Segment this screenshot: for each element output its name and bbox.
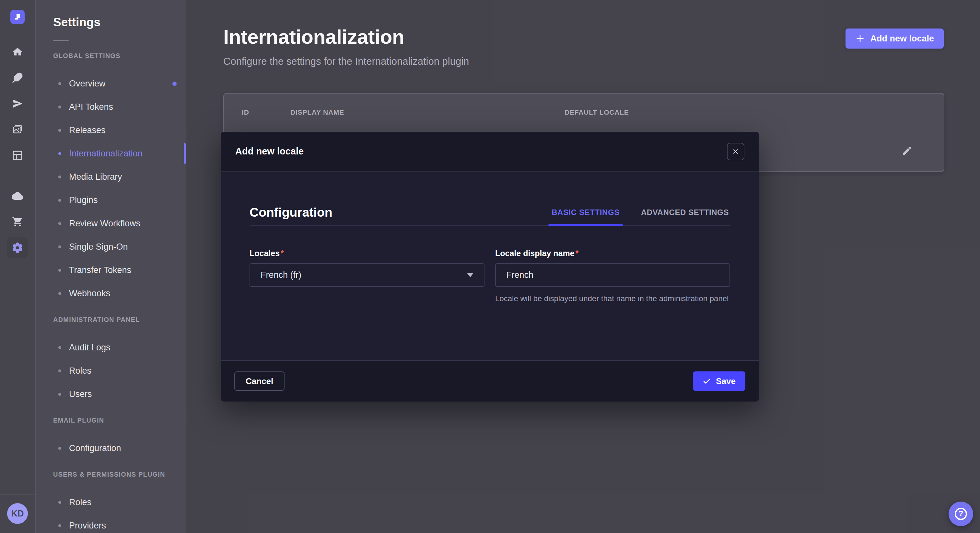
save-label: Save	[716, 376, 736, 386]
locales-label: Locales*	[250, 249, 485, 258]
app-window: KD Settings GLOBAL SETTINGS Overview API…	[0, 0, 980, 533]
check-icon	[703, 377, 711, 385]
help-button[interactable]: ?	[948, 501, 973, 526]
modal-title: Add new locale	[235, 146, 304, 157]
locales-select-value: French (fr)	[261, 270, 301, 280]
chevron-down-icon	[467, 273, 474, 277]
add-new-locale-modal: Add new locale Configuration BASIC SETTI…	[221, 132, 759, 401]
configuration-header-row: Configuration BASIC SETTINGS ADVANCED SE…	[250, 205, 730, 226]
settings-tabs: BASIC SETTINGS ADVANCED SETTINGS	[550, 208, 730, 225]
tab-basic-settings[interactable]: BASIC SETTINGS	[550, 208, 621, 225]
modal-footer: Cancel Save	[221, 360, 759, 401]
modal-body: Configuration BASIC SETTINGS ADVANCED SE…	[221, 171, 759, 360]
locales-select[interactable]: French (fr)	[250, 263, 485, 287]
display-name-input[interactable]	[495, 263, 730, 287]
close-icon	[732, 148, 739, 155]
modal-close-button[interactable]	[727, 143, 745, 160]
display-name-field-group: Locale display name* Locale will be disp…	[495, 249, 730, 305]
required-asterisk: *	[576, 249, 579, 258]
question-mark-icon: ?	[955, 508, 967, 520]
display-name-hint: Locale will be displayed under that name…	[495, 293, 730, 305]
display-name-label: Locale display name*	[495, 249, 730, 258]
configuration-title: Configuration	[250, 205, 332, 225]
locale-form: Locales* French (fr) Locale display name…	[250, 249, 730, 305]
tab-advanced-settings[interactable]: ADVANCED SETTINGS	[640, 208, 730, 225]
cancel-button[interactable]: Cancel	[234, 371, 285, 391]
modal-header: Add new locale	[221, 132, 759, 171]
save-button[interactable]: Save	[693, 371, 745, 391]
locales-field-group: Locales* French (fr)	[250, 249, 485, 305]
required-asterisk: *	[281, 249, 284, 258]
